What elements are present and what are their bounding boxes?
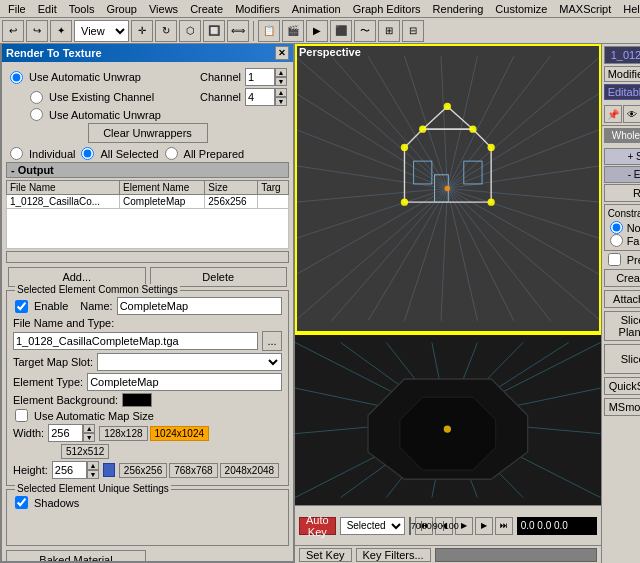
baked-material-btn[interactable]: Baked Material: [6, 550, 146, 561]
width-input[interactable]: [48, 424, 83, 442]
height-256-btn[interactable]: 256x256: [119, 463, 167, 478]
toolbar-curve[interactable]: 〜: [354, 20, 376, 42]
slice-btn[interactable]: Slice: [604, 344, 640, 374]
width-up[interactable]: ▲: [83, 424, 95, 433]
next-frame-btn[interactable]: ⏭: [495, 517, 513, 535]
attach-btn[interactable]: Attach: [604, 290, 640, 308]
height-768-btn[interactable]: 768x768: [169, 463, 217, 478]
menu-create[interactable]: Create: [184, 3, 229, 15]
use-automatic2-radio[interactable]: [30, 108, 43, 121]
channel2-input[interactable]: [245, 88, 275, 106]
table-empty-row: [7, 209, 289, 249]
menu-rendering[interactable]: Rendering: [427, 3, 490, 15]
toolbar-rotate[interactable]: ↻: [155, 20, 177, 42]
toolbar-scale[interactable]: ⬡: [179, 20, 201, 42]
dialog-close-button[interactable]: ✕: [275, 46, 289, 60]
quickslice-btn[interactable]: QuickSlice: [604, 377, 640, 395]
table-scrollbar[interactable]: [6, 251, 289, 263]
soft-selection-btn[interactable]: + Soft Selection: [604, 148, 640, 165]
filename-input[interactable]: [13, 332, 258, 350]
auto-size-checkbox[interactable]: [15, 409, 28, 422]
height-input[interactable]: [52, 461, 87, 479]
enable-checkbox[interactable]: [15, 300, 28, 313]
output-section-header[interactable]: - Output: [6, 162, 289, 178]
slice-plane-btn[interactable]: Slice Plane: [604, 311, 640, 341]
channel2-up[interactable]: ▲: [275, 88, 287, 97]
view-dropdown[interactable]: View: [74, 20, 129, 42]
preserve-uvs-label: Preserve UVs: [627, 254, 640, 266]
width-down[interactable]: ▼: [83, 433, 95, 442]
menu-file[interactable]: File: [2, 3, 32, 15]
individual-radio[interactable]: [10, 147, 23, 160]
menu-help[interactable]: Help: [617, 3, 640, 15]
menu-customize[interactable]: Customize: [489, 3, 553, 15]
width-size-btns: 128x128 1024x1024: [99, 426, 209, 441]
channel1-input[interactable]: [245, 68, 275, 86]
toolbar-redo[interactable]: ↪: [26, 20, 48, 42]
constraint-face-normal-row: Face Normal: [608, 234, 640, 247]
mod-show-btn[interactable]: 👁: [623, 105, 640, 123]
name-input[interactable]: CompleteMap: [117, 297, 282, 315]
set-key-btn[interactable]: Set Key: [299, 548, 352, 562]
toolbar-extra1[interactable]: ⊞: [378, 20, 400, 42]
menu-animation[interactable]: Animation: [286, 3, 347, 15]
toolbar-render[interactable]: ▶: [306, 20, 328, 42]
autokey-btn[interactable]: Auto Key: [299, 517, 336, 535]
table-row[interactable]: 1_0128_CasillaCo... CompleteMap 256x256: [7, 195, 289, 209]
width-128-btn[interactable]: 128x128: [99, 426, 147, 441]
repeat-last-btn[interactable]: Repeat Last: [604, 184, 640, 202]
menu-modifiers[interactable]: Modifiers: [229, 3, 286, 15]
width-1024-btn[interactable]: 1024x1024: [150, 426, 210, 441]
channel1-down[interactable]: ▼: [275, 77, 287, 86]
toolbar-select[interactable]: ✦: [50, 20, 72, 42]
filename-browse-btn[interactable]: ...: [262, 331, 282, 351]
height-up[interactable]: ▲: [87, 461, 99, 470]
key-filters-btn[interactable]: Key Filters...: [356, 548, 431, 562]
height-down[interactable]: ▼: [87, 470, 99, 479]
toolbar-extra2[interactable]: ⊟: [402, 20, 424, 42]
timeline-slider[interactable]: 70 80 90 100: [409, 517, 411, 535]
edit-geometry-btn[interactable]: - Edit Geometry: [604, 166, 640, 183]
viewport-bottom[interactable]: [295, 335, 601, 505]
toolbar-mirror[interactable]: ⟺: [227, 20, 249, 42]
channel1-up[interactable]: ▲: [275, 68, 287, 77]
lock-icon[interactable]: [103, 463, 115, 477]
element-type-input[interactable]: [87, 373, 282, 391]
preserve-uvs-checkbox[interactable]: [608, 253, 621, 266]
mod-pin-btn[interactable]: 📌: [604, 105, 622, 123]
use-automatic-radio[interactable]: [10, 71, 23, 84]
target-map-dropdown[interactable]: [97, 353, 282, 371]
menu-edit[interactable]: Edit: [32, 3, 63, 15]
editable-poly-item[interactable]: Editable Poly: [604, 84, 640, 100]
all-selected-radio[interactable]: [81, 147, 94, 160]
menu-tools[interactable]: Tools: [63, 3, 101, 15]
height-2048-btn[interactable]: 2048x2048: [220, 463, 280, 478]
shadows-checkbox[interactable]: [15, 496, 28, 509]
viewport-top[interactable]: Perspective: [295, 44, 601, 335]
menu-graph-editors[interactable]: Graph Editors: [347, 3, 427, 15]
none-radio[interactable]: [610, 221, 623, 234]
menu-views[interactable]: Views: [143, 3, 184, 15]
menu-group[interactable]: Group: [100, 3, 143, 15]
key-track-bar[interactable]: [435, 548, 597, 562]
selected-dropdown[interactable]: Selected: [340, 517, 405, 535]
toolbar-undo[interactable]: ↩: [2, 20, 24, 42]
msmooth-btn[interactable]: MSmooth: [604, 398, 640, 416]
clear-unwrappers-btn[interactable]: Clear Unwrappers: [88, 123, 208, 143]
constraint-none-edge-row: None Edge: [608, 221, 640, 234]
menu-maxscript[interactable]: MAXScript: [553, 3, 617, 15]
channel2-down[interactable]: ▼: [275, 97, 287, 106]
toolbar-render-setup[interactable]: 🎬: [282, 20, 304, 42]
toolbar-move[interactable]: ✛: [131, 20, 153, 42]
face-radio[interactable]: [610, 234, 623, 247]
use-existing-radio[interactable]: [30, 91, 43, 104]
toolbar-layer[interactable]: 📋: [258, 20, 280, 42]
toolbar-material[interactable]: ⬛: [330, 20, 352, 42]
width-512-btn[interactable]: 512x512: [61, 444, 109, 459]
all-prepared-radio[interactable]: [165, 147, 178, 160]
next-btn[interactable]: ▶: [475, 517, 493, 535]
bg-color-swatch[interactable]: [122, 393, 152, 407]
object-name-dropdown[interactable]: 1_0128_Casilla: [604, 46, 640, 64]
toolbar-snap[interactable]: 🔲: [203, 20, 225, 42]
create-btn[interactable]: Create: [604, 269, 640, 287]
